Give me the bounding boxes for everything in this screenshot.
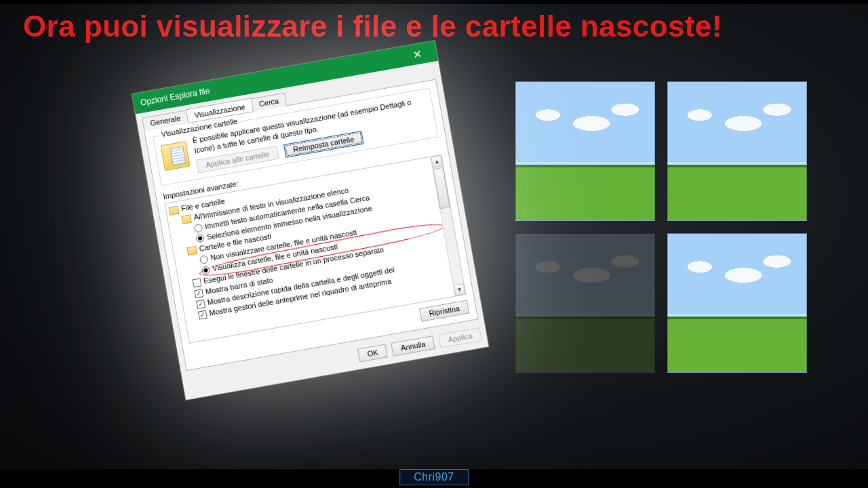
folder-icon <box>168 205 179 215</box>
folder-options-dialog: Opzioni Esplora file ✕ Generale Visualiz… <box>132 40 490 401</box>
checkbox-icon[interactable] <box>196 300 205 309</box>
apply-button: Applica <box>438 327 482 348</box>
radio-icon[interactable] <box>194 223 203 232</box>
headline-text: Ora puoi visualizzare i file e le cartel… <box>23 9 722 43</box>
radio-icon[interactable] <box>201 266 211 275</box>
close-icon[interactable]: ✕ <box>403 44 432 64</box>
folder-icon <box>161 141 191 171</box>
ok-button[interactable]: OK <box>357 344 388 362</box>
wallpaper-tile <box>667 81 807 221</box>
letterbox-top <box>0 0 868 4</box>
folder-icon <box>186 246 197 256</box>
radio-icon[interactable] <box>199 255 209 264</box>
wallpaper-tile <box>515 81 655 221</box>
radio-icon[interactable] <box>195 234 205 243</box>
desktop-wallpaper-logo <box>515 81 807 373</box>
cancel-button[interactable]: Annulla <box>391 336 435 357</box>
checkbox-icon[interactable] <box>198 310 208 320</box>
folder-icon <box>181 214 192 224</box>
tab-view-page: Visualizzazione cartelle È possibile app… <box>144 79 478 371</box>
checkbox-icon[interactable] <box>194 289 203 298</box>
wallpaper-tile <box>667 233 807 373</box>
scroll-up-icon[interactable]: ▲ <box>431 155 443 167</box>
wallpaper-tile <box>515 233 655 373</box>
restore-defaults-button[interactable]: Ripristina <box>419 300 469 321</box>
checkbox-icon[interactable] <box>193 279 202 288</box>
channel-watermark: Chri907 <box>399 469 469 485</box>
scroll-down-icon[interactable]: ▼ <box>454 283 466 296</box>
